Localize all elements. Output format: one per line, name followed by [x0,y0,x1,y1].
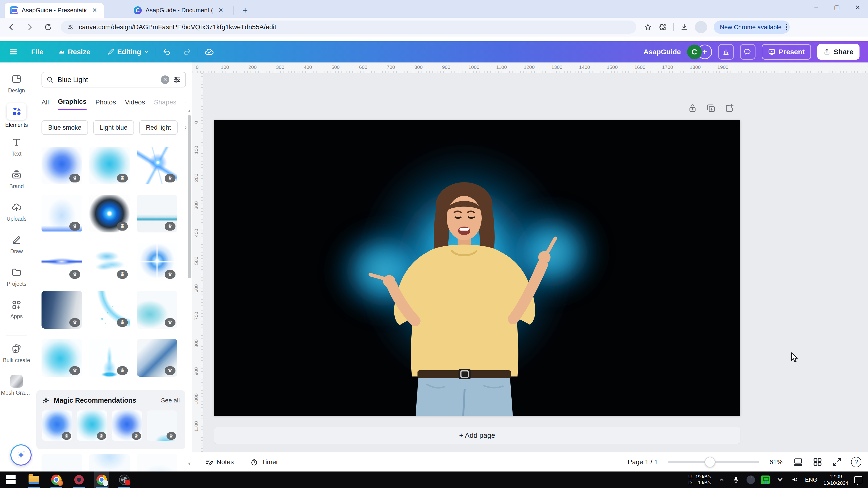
sidebar-item-apps[interactable]: Apps [0,298,33,326]
sidebar-item-design[interactable]: Design [0,72,33,101]
tab-shapes[interactable]: Shapes [154,99,177,109]
cloud-saved-icon[interactable] [204,47,214,57]
chrome-profile1-button[interactable] [49,471,64,488]
wifi-icon[interactable] [776,476,784,484]
chip-blue-smoke[interactable]: Blue smoke [41,120,88,135]
tab-close-icon[interactable]: ✕ [217,6,225,14]
grid-view-icon[interactable] [812,457,823,467]
help-button[interactable]: ? [851,457,861,467]
sidebar-item-mesh-gradients[interactable]: Mesh Grad... [0,375,33,403]
sidebar-item-uploads[interactable]: Uploads [0,201,33,229]
bookmark-star-icon[interactable] [644,23,652,31]
graphic-thumbnail-cyan-sparkle-trail[interactable]: ♛ [89,291,130,329]
recorder-app-button[interactable] [72,471,86,488]
sidebar-item-text[interactable]: Text [0,135,33,164]
back-button[interactable] [4,20,19,34]
tab-graphics[interactable]: Graphics [58,98,86,110]
maximize-button[interactable]: ▢ [827,0,847,14]
tab-all[interactable]: All [41,99,49,109]
graphic-thumbnail-soft-blue-star-glow[interactable]: ♛ [137,243,177,281]
chips-overflow-chevron-icon[interactable] [183,125,188,131]
graphic-thumbnail-pale-cyan-wisp-small[interactable]: ♛ [147,411,177,441]
graphic-thumbnail-royal-blue-glow-small[interactable]: ♛ [112,411,142,441]
design-title[interactable]: AsapGuide [644,48,681,56]
present-button[interactable]: Present [762,44,811,60]
user-avatar[interactable]: C [687,44,702,59]
search-box[interactable]: ✕ [41,72,186,88]
graphic-thumbnail-soft-blue-glow-partial[interactable]: ♛ [89,454,130,471]
graphic-thumbnail-blue-horizon-gradient[interactable]: ♛ [137,195,177,232]
sidebar-item-projects[interactable]: Projects [0,266,33,294]
tray-app-icon[interactable] [747,476,755,484]
tab-photos[interactable]: Photos [96,99,116,109]
slide-page[interactable] [214,120,740,416]
insights-button[interactable] [718,44,734,60]
file-menu-button[interactable]: File [31,48,43,56]
address-bar[interactable]: canva.com/design/DAGPmFasnPE/bdVQtx371kf… [61,21,637,34]
scroll-up-arrow-icon[interactable]: ▲ [187,109,191,113]
zoom-slider-thumb[interactable] [705,457,715,467]
graphic-thumbnail-teal-soft-gradient[interactable]: ♛ [137,291,177,329]
lock-unlocked-icon[interactable] [687,103,698,113]
sidebar-item-brand[interactable]: Brand [0,168,33,196]
graphic-thumbnail-pale-cyan-glow-partial[interactable]: ♛ [41,454,82,471]
chip-light-blue[interactable]: Light blue [93,120,134,135]
browser-tab-presentation[interactable]: AsapGuide - Presentation ✕ [5,3,104,18]
graphic-thumbnail-blue-lens-flare-line[interactable]: ♛ [41,243,82,281]
chip-red-light[interactable]: Red light [139,120,178,135]
clear-search-icon[interactable]: ✕ [161,75,169,84]
graphic-thumbnail-cyan-radial-glow-2[interactable]: ♛ [41,339,82,377]
browser-menu-icon[interactable] [786,24,787,30]
microphone-icon[interactable] [732,476,740,484]
minimize-button[interactable]: – [806,0,827,14]
graphic-thumbnail-blue-smoke-wave[interactable]: ♛ [89,243,130,281]
graphic-thumbnail-blue-radial-glow-small[interactable]: ♛ [42,411,72,441]
forward-button[interactable] [23,20,37,34]
pages-view-icon[interactable] [793,457,803,467]
close-button[interactable]: ✕ [847,0,868,14]
slide-photo-woman[interactable] [214,120,740,416]
fullscreen-icon[interactable] [832,457,842,467]
browser-tab-document[interactable]: C AsapGuide - Document (A4) - C ✕ [129,3,230,18]
redo-button[interactable] [183,47,191,56]
resize-button[interactable]: Resize [59,48,90,56]
graphic-thumbnail-pale-glow-partial[interactable]: ♛ [137,454,177,471]
tab-close-icon[interactable]: ✕ [91,6,99,14]
editing-mode-dropdown[interactable]: Editing [107,48,150,56]
file-explorer-button[interactable] [26,471,41,488]
tray-monitor-icon[interactable] [761,476,770,484]
panel-scrollbar-thumb[interactable] [188,115,191,278]
browser-profile-avatar[interactable] [695,21,707,33]
volume-icon[interactable] [790,476,799,484]
canva-assistant-button[interactable] [10,445,32,465]
zoom-slider[interactable] [668,461,759,463]
graphic-thumbnail-blue-star-flare[interactable]: ♛ [137,147,177,184]
chrome-profile2-button[interactable] [94,471,109,488]
graphic-thumbnail-navy-linear-gradient[interactable]: ♛ [41,291,82,329]
add-page-icon[interactable] [724,103,735,113]
graphic-thumbnail-blue-orb-dark-vignette[interactable]: ♛ [89,195,130,232]
graphic-thumbnail-pale-blue-beam-glow[interactable]: ♛ [41,195,82,232]
chrome-update-chip[interactable]: New Chrome available [714,21,790,34]
scroll-down-arrow-icon[interactable]: ▼ [187,462,191,465]
search-input[interactable] [58,76,157,84]
url-text[interactable]: canva.com/design/DAGPmFasnPE/bdVQtx371kf… [79,23,276,31]
graphic-thumbnail-blue-light-fountain[interactable]: ♛ [89,339,130,377]
graphic-thumbnail-cyan-radial-glow[interactable]: ♛ [89,147,130,184]
duplicate-page-icon[interactable] [706,103,716,113]
new-tab-button[interactable]: + [239,4,251,17]
start-button[interactable] [4,471,19,488]
timer-button[interactable]: Timer [250,458,278,466]
see-all-link[interactable]: See all [161,397,180,404]
graphic-thumbnail-blue-radial-glow[interactable]: ♛ [41,147,82,184]
tabs-overflow-chevron-icon[interactable] [185,99,186,105]
filter-settings-icon[interactable] [173,76,181,84]
undo-button[interactable] [162,47,171,56]
sidebar-item-draw[interactable]: Draw [0,233,33,261]
downloads-icon[interactable] [680,23,688,31]
main-menu-button[interactable] [8,47,18,57]
site-settings-icon[interactable] [67,24,74,31]
sidebar-item-elements[interactable]: Elements [0,103,33,131]
reload-button[interactable] [41,20,55,34]
share-button[interactable]: Share [817,44,860,60]
